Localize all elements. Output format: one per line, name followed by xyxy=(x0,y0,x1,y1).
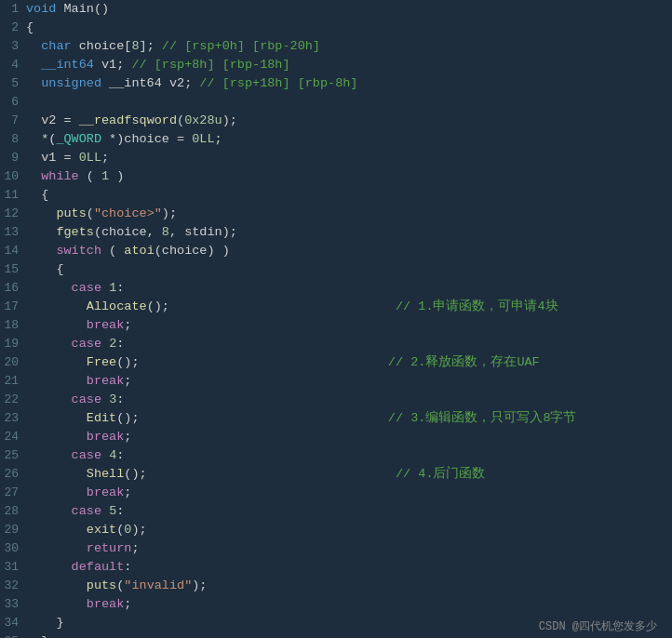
table-row: 17 Allocate(); // 1.申请函数，可申请4块 xyxy=(0,298,672,316)
code-token: v1; xyxy=(94,58,132,72)
table-row: 31 default: xyxy=(0,558,672,577)
code-token: puts xyxy=(56,206,86,220)
code-token: { xyxy=(26,188,48,202)
line-content: { xyxy=(26,260,672,279)
code-token: Main() xyxy=(56,2,109,16)
line-number: 6 xyxy=(0,93,26,112)
line-number: 1 xyxy=(0,0,26,19)
line-content: v2 = __readfsqword(0x28u); xyxy=(26,112,672,130)
code-token: { xyxy=(26,20,34,34)
table-row: 19 case 2: xyxy=(0,335,672,353)
line-content: puts("choice>"); xyxy=(26,205,672,223)
table-row: 15 { xyxy=(0,260,672,279)
code-token: // [rsp+0h] [rbp-20h] xyxy=(162,39,320,53)
line-content: fgets(choice, 8, stdin); xyxy=(26,223,672,242)
code-token: ; xyxy=(101,151,109,165)
line-content: *(_QWORD *)choice = 0LL; xyxy=(26,130,672,149)
code-token: ( xyxy=(87,206,94,220)
line-content: break; xyxy=(26,484,672,502)
code-token: // 3.编辑函数，只可写入8字节 xyxy=(140,411,577,425)
code-token xyxy=(26,541,87,555)
line-number: 24 xyxy=(0,428,26,446)
code-token: ); xyxy=(131,523,146,537)
code-token: *( xyxy=(26,132,56,146)
code-token: switch xyxy=(56,244,101,258)
table-row: 9 v1 = 0LL; xyxy=(0,149,672,167)
code-token xyxy=(26,206,56,220)
code-token: 8 xyxy=(131,39,139,53)
code-token xyxy=(26,485,87,499)
code-token: puts xyxy=(87,578,116,592)
table-row: 8 *(_QWORD *)choice = 0LL; xyxy=(0,130,672,149)
code-token: "invalid" xyxy=(124,578,192,592)
code-token: case xyxy=(72,337,101,351)
code-token: break xyxy=(87,318,125,332)
code-token: break xyxy=(87,597,125,611)
code-token: (choice) ) xyxy=(155,244,230,258)
code-token xyxy=(26,169,41,183)
line-number: 5 xyxy=(0,74,26,93)
code-token: { xyxy=(26,262,64,276)
line-number: 23 xyxy=(0,409,26,428)
code-token: break xyxy=(87,485,125,499)
line-content: case 4: xyxy=(26,446,672,465)
code-token xyxy=(101,281,109,295)
code-token: atoi xyxy=(124,244,154,258)
code-token: (); xyxy=(116,411,139,425)
line-content: default: xyxy=(26,558,672,577)
line-number: 14 xyxy=(0,242,26,260)
code-token: ( xyxy=(79,169,101,183)
table-row: 29 exit(0); xyxy=(0,521,672,539)
code-token xyxy=(26,281,72,295)
code-token: ; xyxy=(124,430,131,444)
code-token: 0LL xyxy=(192,132,214,146)
code-token: void xyxy=(26,2,56,16)
line-number: 10 xyxy=(0,167,26,186)
line-number: 11 xyxy=(0,186,26,205)
code-token: ); xyxy=(162,206,177,220)
line-number: 33 xyxy=(0,595,26,614)
code-token: ( xyxy=(101,244,124,258)
line-number: 8 xyxy=(0,130,26,149)
code-token: default xyxy=(72,560,125,574)
table-row: 1void Main() xyxy=(0,0,672,19)
line-content: __int64 v1; // [rsp+8h] [rbp-18h] xyxy=(26,56,672,74)
code-token: Shell xyxy=(87,467,125,481)
code-token: choice[ xyxy=(72,39,132,53)
table-row: 3 char choice[8]; // [rsp+0h] [rbp-20h] xyxy=(0,37,672,56)
code-token: 1 xyxy=(101,169,109,183)
code-token: ; xyxy=(124,597,131,611)
line-content: switch ( atoi(choice) ) xyxy=(26,242,672,260)
code-token: ; xyxy=(215,132,222,146)
code-token xyxy=(26,467,87,481)
code-token: case xyxy=(72,392,101,406)
code-token xyxy=(26,504,72,518)
code-token: *)choice = xyxy=(101,132,192,146)
table-row: 18 break; xyxy=(0,316,672,335)
line-content: char choice[8]; // [rsp+0h] [rbp-20h] xyxy=(26,37,672,56)
code-token: (choice, xyxy=(94,225,162,239)
code-token: : xyxy=(116,448,124,462)
line-content: exit(0); xyxy=(26,521,672,539)
line-number: 21 xyxy=(0,372,26,391)
code-token xyxy=(101,504,109,518)
line-number: 16 xyxy=(0,279,26,298)
code-token xyxy=(101,337,109,351)
code-token: v2 = xyxy=(26,113,79,127)
table-row: 6 xyxy=(0,93,672,112)
code-token xyxy=(26,448,72,462)
table-row: 23 Edit(); // 3.编辑函数，只可写入8字节 xyxy=(0,409,672,428)
line-number: 4 xyxy=(0,56,26,74)
line-content: } xyxy=(26,632,672,638)
line-number: 19 xyxy=(0,335,26,353)
code-token: 0x28u xyxy=(184,113,222,127)
code-token xyxy=(26,560,72,574)
line-content: void Main() xyxy=(26,0,672,19)
code-token xyxy=(26,225,56,239)
code-token: Allocate xyxy=(87,299,147,313)
code-token: // 2.释放函数，存在UAF xyxy=(140,355,540,369)
table-row: 2{ xyxy=(0,19,672,37)
line-content: Shell(); // 4.后门函数 xyxy=(26,465,672,484)
code-token: Free xyxy=(87,355,116,369)
code-token: fgets xyxy=(56,225,94,239)
